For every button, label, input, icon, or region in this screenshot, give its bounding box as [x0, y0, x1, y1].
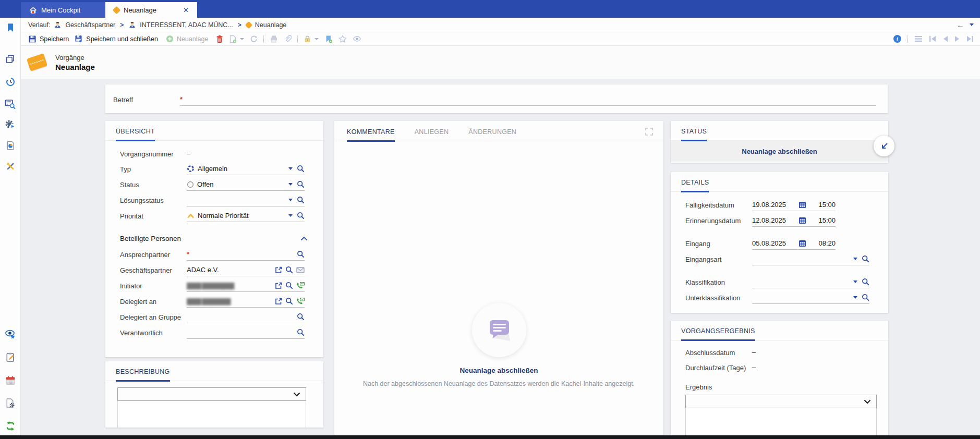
- collapse-chevron-icon[interactable]: [300, 236, 308, 241]
- prioritaet-select[interactable]: Normale Priorität: [187, 211, 305, 222]
- dropdown-icon[interactable]: [288, 183, 293, 186]
- search-icon[interactable]: [297, 165, 305, 173]
- delete-icon[interactable]: [216, 35, 223, 43]
- faelligkeitsdatum-input[interactable]: 19.08.2025 15:00: [752, 200, 836, 211]
- sidebar-item-sync[interactable]: [5, 420, 16, 432]
- field-label: Abschlussdatum: [685, 349, 752, 359]
- expand-icon[interactable]: [645, 128, 653, 141]
- mail-icon[interactable]: [296, 267, 305, 273]
- sidebar-item-document-settings[interactable]: [5, 397, 16, 409]
- breadcrumb-separator: >: [119, 21, 125, 29]
- phone-contact-icon[interactable]: [296, 297, 305, 305]
- tab-mein-cockpit[interactable]: Mein Cockpit: [21, 2, 105, 18]
- search-icon[interactable]: [862, 278, 869, 286]
- open-record-icon[interactable]: [275, 282, 282, 289]
- description-card: BESCHREIBUNG: [105, 361, 323, 428]
- sidebar-item-search-lists[interactable]: [5, 98, 16, 109]
- sidebar-item-reports[interactable]: [5, 140, 16, 151]
- verantwortlich-input[interactable]: [187, 328, 305, 339]
- history-back-icon[interactable]: ←: [957, 21, 964, 29]
- search-icon[interactable]: [297, 196, 305, 204]
- eingangsart-select[interactable]: [752, 254, 869, 265]
- history-dropdown-icon[interactable]: [970, 23, 974, 26]
- tab-aenderungen[interactable]: ÄNDERUNGEN: [468, 128, 516, 142]
- tab-details[interactable]: DETAILS: [681, 179, 709, 192]
- betreff-label: Betreff: [113, 96, 180, 106]
- tab-neuanlage[interactable]: Neuanlage ✕: [105, 2, 197, 18]
- sidebar-item-settings-tools[interactable]: [5, 161, 16, 172]
- ansprechpartner-input[interactable]: *: [187, 250, 305, 261]
- klassifikation-select[interactable]: [752, 277, 869, 288]
- complete-creation-button[interactable]: Neuanlage abschließen: [671, 141, 888, 162]
- status-select[interactable]: Offen: [187, 180, 305, 191]
- tab-anliegen[interactable]: ANLIEGEN: [415, 128, 449, 142]
- dropdown-icon[interactable]: [853, 296, 857, 299]
- breadcrumb-item[interactable]: INTERESSENT, ADAC MÜNC...: [140, 21, 233, 29]
- dock-panel-button[interactable]: [874, 136, 894, 156]
- tab-label: Neuanlage: [124, 6, 156, 14]
- initiator-input[interactable]: ████ █████████: [187, 281, 305, 292]
- toolbar-separator: [908, 35, 908, 43]
- search-icon[interactable]: [285, 282, 293, 289]
- eingang-input[interactable]: 05.08.2025 08:20: [752, 239, 836, 250]
- sidebar-item-history[interactable]: [5, 76, 16, 88]
- sidebar-item-processes[interactable]: [5, 119, 16, 130]
- search-icon[interactable]: [297, 328, 305, 336]
- search-icon[interactable]: [297, 212, 305, 219]
- dropdown-icon[interactable]: [288, 167, 293, 170]
- lock-icon: [304, 35, 311, 43]
- tab-vorgangsergebnis[interactable]: VORGANGSERGEBNIS: [681, 327, 755, 341]
- menu-icon[interactable]: [914, 35, 923, 42]
- ergebnis-textarea[interactable]: [685, 408, 877, 435]
- tab-kommentare[interactable]: KOMMENTARE: [347, 128, 395, 142]
- description-textarea[interactable]: [117, 401, 306, 428]
- tab-uebersicht[interactable]: ÜBERSICHT: [116, 128, 155, 141]
- info-icon[interactable]: i: [893, 35, 901, 43]
- search-icon[interactable]: [285, 297, 293, 305]
- save-and-close-button[interactable]: Speichern und schließen: [75, 35, 158, 43]
- erinnerungsdatum-input[interactable]: 12.08.2025 15:00: [752, 216, 836, 227]
- geschaeftspartner-input[interactable]: ADAC e.V.: [187, 265, 305, 276]
- save-button[interactable]: Speichern: [28, 35, 69, 43]
- document-add-icon: [229, 35, 237, 43]
- search-icon[interactable]: [862, 294, 869, 301]
- calendar-icon[interactable]: [798, 216, 806, 224]
- ergebnis-select[interactable]: [685, 395, 877, 408]
- tab-beschreibung[interactable]: BESCHREIBUNG: [116, 368, 170, 382]
- calendar-icon[interactable]: [798, 239, 806, 247]
- typ-select[interactable]: Allgemein: [187, 164, 305, 175]
- unterklassifikation-select[interactable]: [752, 293, 869, 304]
- sidebar-item-bookmarks[interactable]: [5, 22, 16, 33]
- dropdown-icon[interactable]: [288, 214, 293, 217]
- open-record-icon[interactable]: [275, 298, 282, 305]
- betreff-input[interactable]: *: [180, 95, 876, 106]
- sidebar-item-calendar[interactable]: [5, 374, 16, 386]
- search-icon[interactable]: [297, 180, 305, 188]
- sidebar-item-notes[interactable]: [5, 351, 16, 363]
- search-icon[interactable]: [285, 266, 293, 274]
- delegiert-an-input[interactable]: ████ ████████: [187, 297, 305, 308]
- sidebar-item-windows[interactable]: [5, 53, 16, 65]
- breadcrumb-item[interactable]: Geschäftspartner: [65, 21, 115, 29]
- open-record-icon[interactable]: [275, 266, 282, 274]
- application-window: Mein Cockpit Neuanlage ✕ Verlauf: Geschä…: [0, 0, 980, 439]
- time-value: 08:20: [818, 239, 836, 247]
- tab-status[interactable]: STATUS: [681, 128, 707, 141]
- search-icon[interactable]: [297, 250, 305, 258]
- loesungsstatus-select[interactable]: [187, 196, 305, 206]
- description-template-select[interactable]: [117, 387, 306, 401]
- phone-contact-icon[interactable]: [296, 282, 305, 289]
- new-record-label: Neuanlage: [177, 35, 208, 43]
- delegiert-an-gruppe-input[interactable]: [187, 312, 305, 323]
- search-icon[interactable]: [862, 255, 869, 263]
- calendar-icon[interactable]: [798, 201, 806, 209]
- dropdown-icon[interactable]: [853, 281, 857, 283]
- dropdown-icon[interactable]: [288, 199, 293, 201]
- search-icon[interactable]: [297, 313, 305, 321]
- sidebar-item-observed[interactable]: [5, 328, 16, 340]
- permissions-dropdown-icon: [314, 38, 319, 40]
- chevron-down-icon: [293, 392, 300, 397]
- details-tab-bar: DETAILS: [671, 172, 888, 192]
- dropdown-icon[interactable]: [853, 258, 857, 260]
- close-tab-icon[interactable]: ✕: [183, 6, 189, 14]
